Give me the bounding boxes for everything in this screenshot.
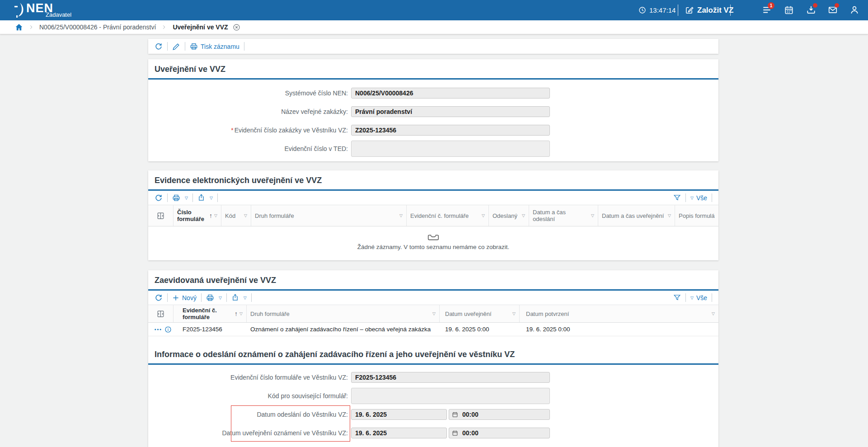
print-button[interactable]: ▽ <box>206 294 222 302</box>
form-row: Systémové číslo NEN: N006/25/V00008426 <box>155 88 712 99</box>
edit-button[interactable] <box>172 42 180 51</box>
filter-caret-icon[interactable]: ▽ <box>512 311 516 317</box>
column-chooser-button[interactable] <box>148 205 174 226</box>
published-date-field[interactable]: 19. 6. 2025 <box>351 428 447 438</box>
column-header[interactable]: Datum a čas uveřejnění▽ <box>598 205 675 226</box>
info-icon[interactable] <box>164 326 172 333</box>
calendar-icon[interactable] <box>784 5 795 16</box>
filter-caret-icon[interactable]: ▽ <box>239 311 243 317</box>
filter-all-dropdown[interactable]: ▽ Vše <box>690 294 707 301</box>
ted-evidence-number-field[interactable] <box>351 141 550 157</box>
export-button[interactable]: ▽ <box>197 194 213 202</box>
download-tray-icon[interactable] <box>806 5 817 16</box>
refresh-button[interactable] <box>155 294 163 302</box>
empty-tray-icon <box>427 232 439 242</box>
chevron-right-icon <box>28 24 34 30</box>
nen-system-number-field[interactable]: N006/25/V00008426 <box>351 88 550 99</box>
refresh-button[interactable] <box>155 42 163 51</box>
close-tab-icon[interactable] <box>233 24 240 31</box>
create-vz-button[interactable]: Založit VZ <box>685 0 733 20</box>
sent-date-field[interactable]: 19. 6. 2025 <box>351 409 447 420</box>
clock-widget: 13:47:14 <box>638 0 676 20</box>
export-button[interactable]: ▽ <box>231 294 247 301</box>
column-header[interactable]: Číslo formuláře↑▽ <box>174 205 221 226</box>
registered-section: Zaevidovaná uveřejnění ve VVZ Nový ▽ <box>148 270 718 447</box>
filter-caret-icon[interactable]: ▽ <box>432 311 436 317</box>
filter-caret-icon[interactable]: ▽ <box>712 311 715 317</box>
chevron-down-icon: ▽ <box>244 296 247 300</box>
form-evidence-number-field[interactable]: F2025-123456 <box>351 372 550 383</box>
filter-icon[interactable] <box>673 294 681 301</box>
filter-all-dropdown[interactable]: ▽ Vše <box>690 194 707 202</box>
filter-caret-icon[interactable]: ▽ <box>591 212 594 219</box>
form-row: Datum uveřejnění oznámení ve Věstníku VZ… <box>155 428 712 438</box>
required-mark: * <box>231 127 233 134</box>
nen-logo-icon[interactable] <box>14 2 25 19</box>
column-header[interactable]: Popis formuláře <box>675 205 718 226</box>
hamburger-menu-icon[interactable]: 1 <box>762 5 773 16</box>
filter-caret-icon[interactable]: ▽ <box>244 212 247 219</box>
column-header[interactable]: Datum a čas odeslání▽ <box>529 205 598 226</box>
mail-notification-dot <box>835 3 839 8</box>
sent-time-field[interactable]: 00:00 <box>449 409 550 420</box>
column-header[interactable]: Datum uveřejnění▽ <box>440 305 520 322</box>
vvz-evidence-number-field[interactable]: Z2025-123456 <box>351 125 550 136</box>
separator <box>678 5 678 16</box>
breadcrumb-item-current[interactable]: Uveřejnění ve VVZ <box>173 24 228 31</box>
evidence-toolbar: ▽ ▽ ▽ Vše <box>148 191 718 205</box>
separator <box>251 293 252 302</box>
refresh-button[interactable] <box>155 194 163 202</box>
field-label: Evidenční číslo formuláře ve Věstníku VZ… <box>155 374 348 381</box>
column-header[interactable]: Evidenční č. formuláře↑▽ <box>174 305 247 322</box>
separator <box>192 193 193 202</box>
home-icon[interactable] <box>15 23 23 31</box>
cell-evidence-number: F2025-123456 <box>174 326 247 333</box>
filter-caret-icon[interactable]: ▽ <box>522 212 525 219</box>
published-time-field[interactable]: 00:00 <box>449 428 550 438</box>
separator <box>712 293 712 302</box>
registered-toolbar: Nový ▽ ▽ <box>148 291 718 305</box>
contract-name-field[interactable]: Právní poradenství <box>351 106 550 117</box>
current-time: 13:47:14 <box>649 6 676 14</box>
separator <box>685 193 686 202</box>
column-header[interactable]: Druh formuláře▽ <box>247 305 440 322</box>
user-icon[interactable] <box>849 5 860 16</box>
chevron-right-icon <box>161 24 167 30</box>
filter-caret-icon[interactable]: ▽ <box>214 212 217 219</box>
column-header[interactable]: Druh formuláře▽ <box>251 205 407 226</box>
separator <box>226 293 227 302</box>
filter-icon[interactable] <box>673 194 681 202</box>
print-record-button[interactable]: Tisk záznamu <box>190 42 239 51</box>
field-label: Datum odeslání do Věstníku VZ: <box>155 411 348 418</box>
section-title: Informace o odeslání oznámení o zahájení… <box>148 344 718 365</box>
breadcrumb-item-contract[interactable]: N006/25/V00008426 - Právní poradenství <box>39 24 156 31</box>
column-header[interactable]: Kód▽ <box>221 205 251 226</box>
filter-caret-icon[interactable]: ▽ <box>399 212 403 219</box>
filter-caret-icon[interactable]: ▽ <box>668 212 671 219</box>
separator <box>244 42 244 51</box>
mail-icon[interactable] <box>828 5 839 16</box>
column-header[interactable]: Evidenční č. formuláře▽ <box>407 205 489 226</box>
separator <box>712 193 712 202</box>
separator <box>685 293 686 302</box>
publication-section: Uveřejnění ve VVZ Systémové číslo NEN: N… <box>148 59 718 161</box>
row-menu-icon[interactable] <box>154 328 162 331</box>
print-button[interactable]: ▽ <box>172 194 188 202</box>
column-chooser-button[interactable] <box>148 305 174 322</box>
chevron-down-icon: ▽ <box>185 196 188 200</box>
column-header[interactable]: Datum potvrzení▽ <box>520 305 718 322</box>
field-label: *Evidenční číslo zakázky ve Věstníku VZ: <box>155 127 348 134</box>
section-title: Uveřejnění ve VVZ <box>148 59 718 80</box>
download-notification-dot <box>813 3 817 8</box>
filter-caret-icon[interactable]: ▽ <box>482 212 485 219</box>
related-form-code-field[interactable] <box>351 388 550 404</box>
form-row: *Evidenční číslo zakázky ve Věstníku VZ:… <box>155 125 712 136</box>
field-label: Název veřejné zakázky: <box>155 108 348 115</box>
column-header[interactable]: Odeslaný▽ <box>489 205 529 226</box>
section-title: Evidence elektronických uveřejnění ve VV… <box>148 170 718 191</box>
new-record-button[interactable]: Nový <box>172 294 197 301</box>
top-bar: NEN Zadavatel 13:47:14 Založit VZ 1 <box>0 0 868 20</box>
table-row[interactable]: F2025-123456 Oznámení o zahájení zadávac… <box>148 323 718 336</box>
compose-icon <box>685 6 694 14</box>
chevron-down-icon: ▽ <box>690 196 694 200</box>
